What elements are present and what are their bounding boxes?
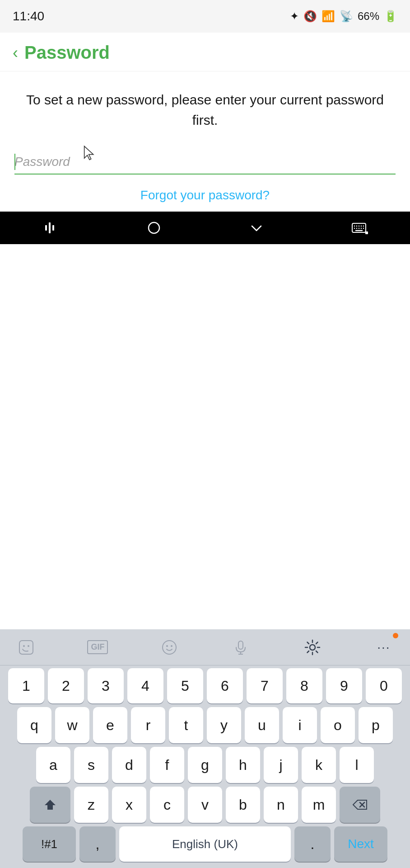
status-time: 11:40 — [13, 9, 44, 24]
key-h[interactable]: h — [226, 747, 260, 783]
space-key[interactable]: English (UK) — [119, 826, 291, 862]
forgot-password-link[interactable]: Forgot your password? — [140, 188, 270, 202]
nav-recent-icon[interactable] — [247, 219, 266, 237]
key-a[interactable]: a — [36, 747, 70, 783]
key-g[interactable]: g — [188, 747, 222, 783]
svg-point-4 — [166, 645, 168, 647]
keyboard: 1 2 3 4 5 6 7 8 9 0 q w e r t y u i o p … — [0, 665, 410, 868]
key-e[interactable]: e — [93, 707, 127, 743]
svg-point-5 — [171, 645, 172, 647]
key-2[interactable]: 2 — [48, 668, 84, 703]
key-s[interactable]: s — [74, 747, 108, 783]
mic-icon[interactable] — [228, 635, 253, 660]
battery-label: 66% — [358, 10, 379, 23]
emoji-icon[interactable] — [157, 635, 182, 660]
nav-back-icon[interactable] — [42, 219, 61, 237]
svg-point-1 — [23, 645, 25, 647]
key-i[interactable]: i — [283, 707, 317, 743]
shift-key[interactable] — [30, 787, 70, 823]
key-p[interactable]: p — [359, 707, 393, 743]
wifi-icon: 📶 — [321, 10, 335, 23]
key-w[interactable]: w — [55, 707, 89, 743]
gif-label: GIF — [87, 640, 108, 654]
key-d[interactable]: d — [112, 747, 146, 783]
key-n[interactable]: n — [264, 787, 298, 823]
more-icon[interactable]: ··· — [371, 635, 396, 660]
notification-dot — [393, 633, 398, 638]
app-header: ‹ Password — [0, 33, 410, 71]
text-cursor — [14, 154, 15, 170]
key-9[interactable]: 9 — [326, 668, 362, 703]
key-y[interactable]: y — [207, 707, 241, 743]
battery-icon: 🔋 — [384, 10, 397, 23]
svg-rect-6 — [238, 641, 243, 649]
key-q[interactable]: q — [17, 707, 51, 743]
key-7[interactable]: 7 — [247, 668, 283, 703]
svg-point-2 — [28, 645, 29, 647]
next-key[interactable]: Next — [334, 826, 387, 862]
key-0[interactable]: 0 — [366, 668, 402, 703]
keyboard-toolbar: GIF ··· — [0, 629, 410, 665]
key-m[interactable]: m — [302, 787, 336, 823]
password-field-container — [14, 150, 396, 175]
back-button[interactable]: ‹ — [13, 45, 18, 61]
key-k[interactable]: k — [302, 747, 336, 783]
key-b[interactable]: b — [226, 787, 260, 823]
svg-rect-28 — [365, 231, 368, 234]
svg-point-3 — [163, 641, 176, 654]
key-v[interactable]: v — [188, 787, 222, 823]
key-o[interactable]: o — [321, 707, 355, 743]
svg-rect-15 — [149, 222, 159, 233]
keyboard-area: GIF ··· — [0, 629, 410, 868]
key-t[interactable]: t — [169, 707, 203, 743]
mute-icon: 🔇 — [303, 10, 317, 23]
key-u[interactable]: u — [245, 707, 279, 743]
svg-rect-0 — [19, 641, 33, 654]
key-l[interactable]: l — [340, 747, 374, 783]
status-bar: 11:40 ✦ 🔇 📶 📡 66% 🔋 — [0, 0, 410, 33]
key-4[interactable]: 4 — [127, 668, 163, 703]
status-icons: ✦ 🔇 📶 📡 66% 🔋 — [290, 10, 397, 23]
bluetooth-icon: ✦ — [290, 10, 299, 23]
password-input[interactable] — [14, 150, 396, 175]
key-f[interactable]: f — [150, 747, 184, 783]
nav-bar — [0, 212, 410, 244]
svg-rect-13 — [49, 222, 51, 233]
sticker-icon[interactable] — [14, 635, 39, 660]
svg-rect-14 — [52, 225, 54, 231]
svg-rect-12 — [45, 225, 47, 231]
period-key[interactable]: . — [294, 826, 331, 862]
instruction-text: To set a new password, please enter your… — [14, 90, 396, 130]
svg-point-9 — [310, 645, 315, 650]
main-content: To set a new password, please enter your… — [0, 71, 410, 212]
key-6[interactable]: 6 — [207, 668, 243, 703]
page-title: Password — [24, 42, 110, 63]
nav-home-icon[interactable] — [145, 219, 163, 237]
key-3[interactable]: 3 — [88, 668, 124, 703]
key-1[interactable]: 1 — [8, 668, 44, 703]
q-row: q w e r t y u i o p — [2, 707, 408, 743]
settings-icon[interactable] — [300, 635, 325, 660]
comma-key[interactable]: , — [79, 826, 116, 862]
number-row: 1 2 3 4 5 6 7 8 9 0 — [2, 668, 408, 703]
key-8[interactable]: 8 — [286, 668, 322, 703]
nav-keyboard-icon[interactable] — [350, 219, 368, 237]
z-row: z x c v b n m — [2, 787, 408, 823]
key-5[interactable]: 5 — [167, 668, 203, 703]
gif-icon[interactable]: GIF — [85, 635, 110, 660]
signal-icon: 📡 — [340, 10, 353, 23]
symbols-key[interactable]: !#1 — [23, 826, 76, 862]
forgot-password-container: Forgot your password? — [14, 188, 396, 203]
key-x[interactable]: x — [112, 787, 146, 823]
key-z[interactable]: z — [74, 787, 108, 823]
key-j[interactable]: j — [264, 747, 298, 783]
bottom-row: !#1 , English (UK) . Next — [2, 826, 408, 862]
a-row: a s d f g h j k l — [2, 747, 408, 783]
key-c[interactable]: c — [150, 787, 184, 823]
backspace-key[interactable] — [340, 787, 380, 823]
key-r[interactable]: r — [131, 707, 165, 743]
